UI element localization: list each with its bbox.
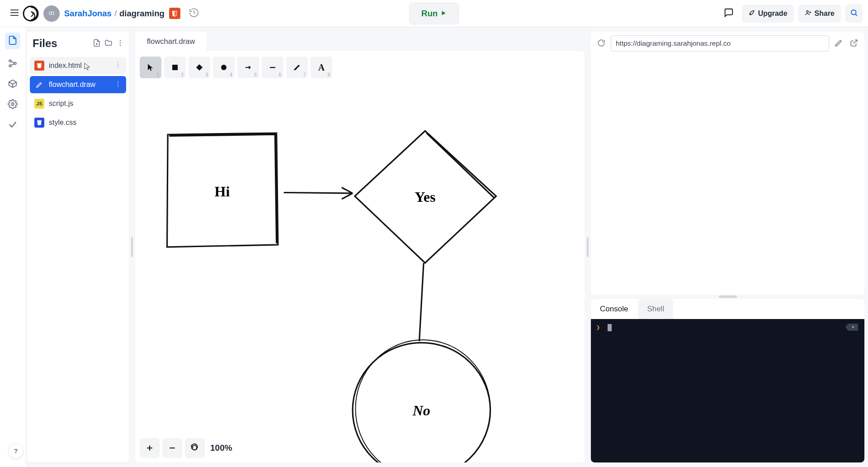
- file-row-script-js[interactable]: JS script.js: [30, 95, 126, 112]
- cursor-icon: [608, 324, 612, 331]
- svg-point-6: [52, 13, 53, 14]
- file-row-index-html[interactable]: index.html: [30, 57, 126, 74]
- svg-point-30: [118, 86, 118, 86]
- circle-label: No: [412, 402, 430, 419]
- zoom-bar: 100%: [140, 438, 235, 458]
- draw-file-icon: [34, 80, 44, 90]
- rail-check-icon[interactable]: [8, 119, 18, 131]
- editor-tab[interactable]: flowchart.draw: [135, 32, 207, 51]
- history-icon[interactable]: [185, 4, 203, 23]
- browser-pane: [591, 32, 864, 295]
- right-column: Console Shell ❯ ×: [591, 32, 864, 462]
- tab-shell[interactable]: Shell: [638, 299, 673, 319]
- tool-pencil[interactable]: 7: [286, 57, 308, 78]
- workspace: Files index.html: [0, 27, 868, 467]
- file-row-style-css[interactable]: style.css: [30, 114, 126, 131]
- new-folder-icon[interactable]: [104, 39, 113, 48]
- js-file-icon: JS: [34, 99, 44, 109]
- tool-arrow[interactable]: 5: [237, 57, 259, 78]
- tool-rectangle[interactable]: 2: [164, 57, 186, 78]
- svg-point-29: [118, 83, 118, 84]
- rail-settings-icon[interactable]: [8, 99, 18, 110]
- zoom-percentage: 100%: [208, 443, 235, 453]
- breadcrumb-project[interactable]: diagraming: [119, 9, 165, 19]
- svg-point-23: [120, 42, 121, 43]
- svg-point-8: [51, 10, 52, 11]
- tool-select[interactable]: 1: [140, 57, 161, 78]
- file-row-flowchart-draw[interactable]: flowchart.draw: [30, 76, 126, 93]
- search-button[interactable]: [845, 4, 863, 23]
- person-plus-icon: [805, 9, 812, 18]
- upgrade-button[interactable]: Upgrade: [742, 5, 794, 23]
- svg-marker-9: [442, 11, 445, 15]
- tab-console[interactable]: Console: [591, 299, 637, 319]
- svg-line-44: [854, 40, 857, 43]
- upgrade-label: Upgrade: [758, 10, 788, 18]
- share-label: Share: [815, 10, 835, 18]
- html5-badge-icon: [169, 8, 180, 19]
- rect-label: Hi: [214, 183, 230, 200]
- new-file-icon[interactable]: [93, 39, 101, 48]
- topbar: SarahJonas / diagraming Run Upgrade: [0, 0, 868, 27]
- replit-logo-icon[interactable]: [23, 5, 39, 22]
- editor-surface: 1 2 3 4 5: [135, 51, 585, 462]
- tool-circle[interactable]: 4: [213, 57, 235, 78]
- edit-url-icon[interactable]: [833, 37, 844, 50]
- share-button[interactable]: Share: [798, 5, 841, 23]
- row-splitter[interactable]: [591, 295, 864, 299]
- rail-version-control-icon[interactable]: [8, 58, 18, 70]
- breadcrumb: SarahJonas / diagraming: [64, 9, 165, 19]
- tool-text[interactable]: A 8: [311, 57, 332, 78]
- svg-point-19: [11, 103, 14, 105]
- css-file-icon: [34, 118, 44, 128]
- tool-line[interactable]: 6: [262, 57, 283, 78]
- draw-canvas[interactable]: Hi Yes: [135, 80, 585, 462]
- breadcrumb-user[interactable]: SarahJonas: [64, 9, 112, 19]
- help-button[interactable]: ?: [8, 443, 24, 459]
- clear-console-button[interactable]: ×: [848, 324, 858, 331]
- console-tabs: Console Shell: [591, 299, 864, 319]
- files-panel: Files index.html: [27, 32, 129, 462]
- tool-key: 6: [278, 72, 281, 77]
- hamburger-menu-icon[interactable]: [5, 4, 18, 23]
- run-button[interactable]: Run: [409, 3, 459, 24]
- rail-files-icon[interactable]: [5, 33, 20, 49]
- svg-point-10: [807, 10, 808, 12]
- file-more-icon[interactable]: [114, 80, 122, 89]
- svg-point-3: [24, 6, 38, 21]
- svg-point-33: [221, 65, 226, 70]
- chat-icon[interactable]: [720, 4, 737, 23]
- file-name: flowchart.draw: [49, 81, 95, 89]
- url-input[interactable]: [611, 35, 829, 52]
- svg-point-25: [118, 62, 118, 63]
- file-name: script.js: [49, 100, 73, 108]
- files-more-icon[interactable]: [116, 39, 124, 48]
- refresh-icon[interactable]: [595, 37, 607, 50]
- tool-key: 5: [254, 72, 257, 77]
- rail-packages-icon[interactable]: [8, 79, 18, 90]
- preview-body[interactable]: [591, 55, 864, 295]
- flowchart-sketch: Hi Yes: [135, 80, 585, 462]
- files-title: Files: [33, 37, 57, 50]
- play-icon: [440, 9, 447, 19]
- zoom-reset-button[interactable]: [185, 438, 205, 458]
- svg-point-5: [50, 13, 51, 14]
- svg-line-36: [284, 193, 353, 194]
- file-more-icon[interactable]: [114, 61, 122, 70]
- open-external-icon[interactable]: [848, 37, 860, 50]
- tool-diamond[interactable]: 3: [189, 57, 210, 78]
- diamond-label: Yes: [415, 189, 435, 205]
- svg-rect-4: [49, 11, 54, 15]
- svg-rect-32: [196, 64, 203, 71]
- splitter-right[interactable]: [586, 27, 589, 467]
- tool-key: 4: [230, 72, 232, 77]
- zoom-in-button[interactable]: [140, 438, 160, 458]
- avatar[interactable]: [43, 5, 60, 22]
- svg-point-24: [120, 45, 121, 46]
- tool-key: 8: [327, 72, 330, 77]
- editor-tabbar: flowchart.draw: [135, 32, 585, 51]
- console-body[interactable]: ❯ ×: [591, 319, 864, 462]
- splitter-left[interactable]: [131, 27, 133, 467]
- svg-rect-31: [172, 65, 178, 70]
- zoom-out-button[interactable]: [162, 438, 182, 458]
